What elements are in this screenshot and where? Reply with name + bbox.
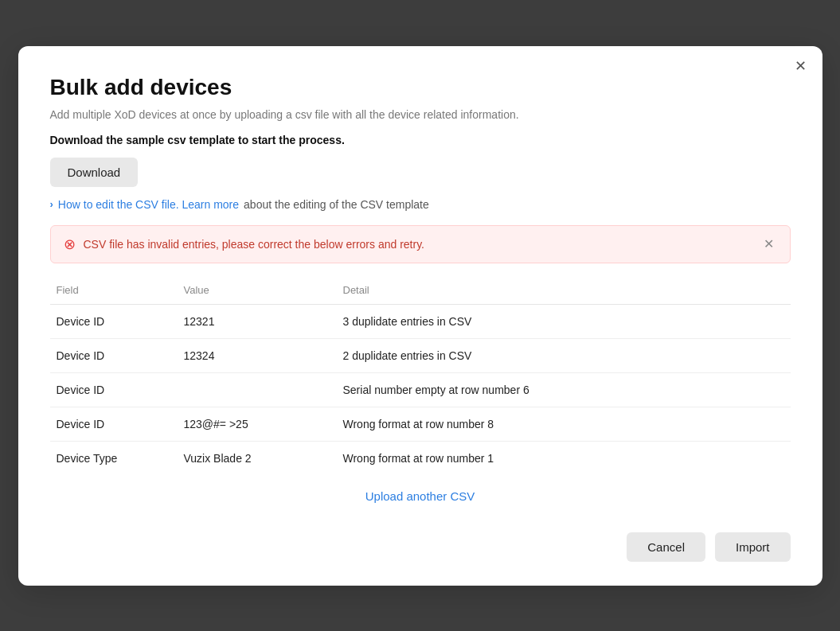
table-cell-field: Device ID — [50, 338, 178, 372]
table-cell-value — [178, 372, 337, 407]
table-row: Device TypeVuzix Blade 2Wrong format at … — [50, 441, 791, 475]
table-cell-detail: Wrong format at row number 8 — [337, 407, 791, 441]
col-header-field: Field — [50, 279, 178, 305]
table-cell-detail: Serial number empty at row number 6 — [337, 372, 791, 407]
table-cell-field: Device ID — [50, 372, 178, 407]
error-close-button[interactable]: ✕ — [760, 236, 777, 251]
col-header-detail: Detail — [337, 279, 791, 305]
error-message: CSV file has invalid entries, please cor… — [84, 238, 425, 251]
modal-title: Bulk add devices — [50, 75, 791, 100]
table-row: Device ID123213 duplidate entries in CSV — [50, 304, 791, 338]
table-cell-value: 12324 — [178, 338, 337, 372]
learn-more-suffix: about the editing of the CSV template — [244, 198, 429, 211]
table-cell-value: 123@#= >25 — [178, 407, 337, 441]
error-circle-icon: ⊗ — [64, 236, 76, 253]
table-cell-detail: 2 duplidate entries in CSV — [337, 338, 791, 372]
table-cell-field: Device Type — [50, 441, 178, 475]
upload-link-row: Upload another CSV — [50, 489, 791, 504]
table-row: Device IDSerial number empty at row numb… — [50, 372, 791, 407]
download-button[interactable]: Download — [50, 158, 139, 187]
bulk-add-modal: ✕ Bulk add devices Add multiple XoD devi… — [18, 46, 822, 586]
table-row: Device ID123@#= >25Wrong format at row n… — [50, 407, 791, 441]
modal-subtitle: Add multiple XoD devices at once by uplo… — [50, 108, 791, 121]
table-cell-value: 12321 — [178, 304, 337, 338]
table-cell-detail: 3 duplidate entries in CSV — [337, 304, 791, 338]
table-cell-value: Vuzix Blade 2 — [178, 441, 337, 475]
import-button[interactable]: Import — [715, 532, 791, 562]
modal-overlay: ✕ Bulk add devices Add multiple XoD devi… — [0, 0, 840, 631]
table-cell-field: Device ID — [50, 304, 178, 338]
table-cell-field: Device ID — [50, 407, 178, 441]
error-table: Field Value Detail Device ID123213 dupli… — [50, 279, 791, 475]
upload-another-csv-link[interactable]: Upload another CSV — [365, 489, 475, 503]
error-banner: ⊗ CSV file has invalid entries, please c… — [50, 225, 791, 263]
learn-more-link[interactable]: How to edit the CSV file. Learn more — [58, 198, 239, 211]
table-row: Device ID123242 duplidate entries in CSV — [50, 338, 791, 372]
modal-footer: Cancel Import — [50, 532, 791, 562]
col-header-value: Value — [178, 279, 337, 305]
table-header-row: Field Value Detail — [50, 279, 791, 305]
table-cell-detail: Wrong format at row number 1 — [337, 441, 791, 475]
close-button[interactable]: ✕ — [795, 59, 807, 73]
error-banner-content: ⊗ CSV file has invalid entries, please c… — [64, 236, 425, 253]
cancel-button[interactable]: Cancel — [627, 532, 705, 562]
chevron-right-icon: › — [50, 198, 53, 210]
instruction-text: Download the sample csv template to star… — [50, 134, 791, 146]
learn-more-row: › How to edit the CSV file. Learn more a… — [50, 198, 791, 211]
